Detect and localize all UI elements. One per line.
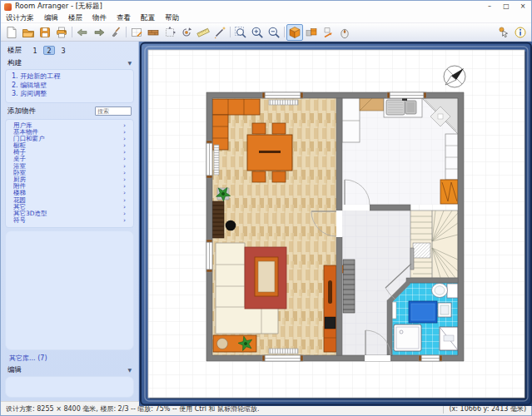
empty-panel bbox=[5, 230, 134, 350]
category-item[interactable]: 附件 › bbox=[6, 183, 133, 190]
floor-tab[interactable]: 1 bbox=[29, 46, 41, 55]
view-objects-button[interactable] bbox=[303, 24, 320, 41]
menu-item[interactable]: 编辑 bbox=[39, 12, 63, 22]
canvas[interactable] bbox=[139, 42, 531, 401]
washing-machine[interactable] bbox=[440, 327, 458, 350]
staircase[interactable] bbox=[410, 210, 458, 278]
floor-plan-svg[interactable] bbox=[139, 42, 532, 406]
build-step-link[interactable]: 1. 开始新的工程 bbox=[12, 72, 127, 82]
category-item[interactable]: 卧室 › bbox=[6, 170, 133, 176]
rotate-button[interactable] bbox=[178, 24, 195, 41]
category-item[interactable]: 用户库 › bbox=[6, 122, 133, 129]
wardrobe[interactable] bbox=[440, 180, 458, 204]
move-points-button[interactable] bbox=[162, 24, 178, 41]
move-icon bbox=[163, 26, 177, 39]
build-steps-panel: 1. 开始新的工程2. 编辑墙壁3. 房间调整 bbox=[5, 69, 134, 103]
search-input[interactable] bbox=[95, 106, 132, 116]
zoom-in-icon bbox=[251, 26, 264, 39]
floor-lamp[interactable] bbox=[226, 220, 236, 231]
room-bathroom[interactable] bbox=[392, 283, 458, 355]
category-item[interactable]: 花园 › bbox=[6, 197, 133, 204]
print-button[interactable] bbox=[53, 24, 70, 41]
about-info-button[interactable] bbox=[512, 24, 529, 41]
floors-label: 楼层 bbox=[7, 46, 22, 56]
menu-item[interactable]: 查看 bbox=[112, 12, 136, 22]
category-label: 其它 bbox=[13, 204, 123, 210]
category-label: 门口和窗户 bbox=[13, 136, 123, 142]
washbasin[interactable] bbox=[438, 303, 451, 317]
compass-icon[interactable] bbox=[444, 66, 465, 87]
open-button[interactable] bbox=[20, 24, 37, 41]
build-title: 构建 bbox=[7, 58, 127, 68]
menu-item[interactable]: 楼层 bbox=[63, 12, 87, 22]
walkthrough-button[interactable] bbox=[320, 24, 336, 41]
bathroom-radiator[interactable] bbox=[392, 302, 396, 319]
menu-item[interactable]: 物件 bbox=[87, 12, 112, 22]
pointer-tool-button[interactable] bbox=[495, 24, 512, 41]
view-3d-button[interactable] bbox=[286, 24, 303, 41]
add-wall-button[interactable] bbox=[145, 24, 162, 41]
edit-room-button[interactable] bbox=[128, 24, 145, 41]
build-section-header[interactable]: 构建 ▼ bbox=[1, 57, 138, 68]
minimize-button[interactable]: – bbox=[481, 1, 498, 12]
draw-pen-button[interactable] bbox=[211, 24, 228, 41]
categories-panel: 用户库 › 基本物件 › 门口和窗户 › 橱柜 › 椅子 › 桌子 › bbox=[5, 119, 134, 229]
category-item[interactable]: 楼梯 › bbox=[6, 190, 133, 196]
category-item[interactable]: 厨房 › bbox=[6, 176, 133, 183]
category-item[interactable]: 其它 › bbox=[6, 204, 133, 210]
window-top-living bbox=[262, 92, 303, 98]
save-floppy-icon bbox=[38, 26, 52, 39]
collapse-arrow-icon[interactable]: ▼ bbox=[127, 367, 132, 373]
category-item[interactable]: 椅子 › bbox=[6, 149, 133, 156]
build-step-link[interactable]: 3. 房间调整 bbox=[12, 90, 127, 99]
category-item[interactable]: 门口和窗户 › bbox=[6, 136, 133, 142]
measure-button[interactable] bbox=[195, 24, 211, 41]
title-bar: Room Arranger - [无标题] – □ × bbox=[1, 1, 531, 12]
edit-section-header[interactable]: 编辑 ▼ bbox=[1, 364, 138, 375]
window-bottom-bathroom bbox=[419, 355, 442, 361]
wall-icon bbox=[147, 26, 160, 39]
shower[interactable] bbox=[394, 324, 421, 351]
objects-icon bbox=[305, 26, 318, 39]
category-label: 其它3D造型 bbox=[13, 210, 123, 217]
undo-button[interactable] bbox=[74, 24, 91, 41]
build-step-link[interactable]: 2. 编辑墙壁 bbox=[12, 82, 127, 91]
kitchen-sink[interactable] bbox=[386, 98, 416, 115]
redo-button[interactable] bbox=[91, 24, 107, 41]
mouse-settings-button[interactable] bbox=[336, 24, 353, 41]
tv-cabinet[interactable] bbox=[324, 265, 336, 352]
zoom-selection-button[interactable] bbox=[232, 24, 249, 41]
bathtub[interactable] bbox=[409, 301, 437, 323]
new-document-button[interactable] bbox=[3, 24, 20, 41]
more-libraries-link[interactable]: 其它库... (7) bbox=[1, 352, 138, 364]
category-label: 橱柜 bbox=[13, 142, 123, 149]
maximize-button[interactable]: □ bbox=[498, 1, 515, 12]
category-item[interactable]: 符号 › bbox=[6, 217, 133, 224]
coffee-table[interactable] bbox=[255, 257, 278, 296]
open-folder-icon bbox=[22, 26, 35, 39]
collapse-arrow-icon[interactable]: ▼ bbox=[127, 60, 132, 66]
category-item[interactable]: 桌子 › bbox=[6, 156, 133, 162]
menu-item[interactable]: 配置 bbox=[136, 12, 160, 22]
menu-item[interactable]: 帮助 bbox=[160, 12, 184, 22]
floor-tab[interactable]: 2 bbox=[43, 46, 55, 55]
category-item[interactable]: 基本物件 › bbox=[6, 129, 133, 136]
close-button[interactable]: × bbox=[515, 1, 531, 12]
bookshelf[interactable] bbox=[212, 201, 224, 238]
format-brush-button[interactable] bbox=[107, 24, 124, 41]
category-item[interactable]: 其它3D造型 › bbox=[6, 210, 133, 217]
save-button[interactable] bbox=[37, 24, 53, 41]
menu-item[interactable]: 设计方案 bbox=[1, 12, 39, 22]
zoom-in-button[interactable] bbox=[249, 24, 266, 41]
hall-radiator[interactable] bbox=[343, 260, 355, 313]
category-item[interactable]: 浴室 › bbox=[6, 163, 133, 170]
floor-tab[interactable]: 3 bbox=[57, 46, 69, 55]
fridge-cabinet[interactable] bbox=[342, 98, 360, 142]
toilet[interactable] bbox=[432, 284, 459, 299]
app-window: Room Arranger - [无标题] – □ × 设计方案编辑楼层物件查看… bbox=[0, 0, 532, 416]
zoom-out-button[interactable] bbox=[266, 24, 282, 41]
wall-cabinets[interactable] bbox=[445, 134, 458, 180]
edit-room-icon bbox=[130, 26, 143, 39]
category-item[interactable]: 橱柜 › bbox=[6, 142, 133, 149]
side-table[interactable] bbox=[213, 334, 256, 354]
